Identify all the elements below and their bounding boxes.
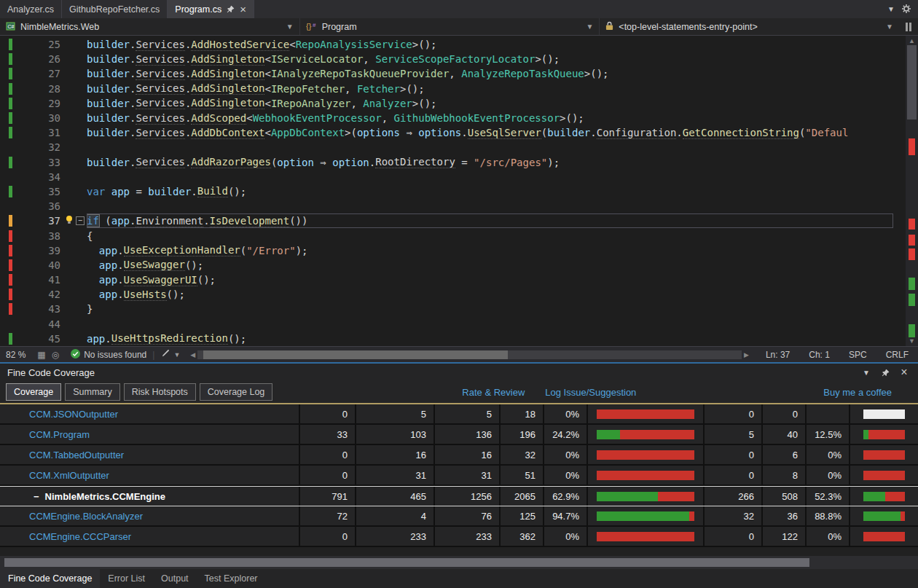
code-token: .	[185, 157, 191, 168]
buy-coffee-link[interactable]: Buy me a coffee	[823, 387, 892, 398]
circles-icon[interactable]: ◎	[52, 350, 65, 360]
document-tab-program-cs[interactable]: Program.cs×	[168, 0, 254, 18]
code-editor[interactable]: 25builder.Services.AddHostedService<Repo…	[0, 36, 918, 346]
class-link[interactable]: CCMEngine.BlockAnalyzer	[29, 511, 143, 522]
line-number: 33	[12, 157, 60, 168]
space-mode-indicator[interactable]: SPC	[839, 350, 876, 360]
class-link[interactable]: CCM.TabbedOutputter	[29, 450, 124, 460]
health-indicator[interactable]: No issues found	[65, 349, 152, 361]
class-link[interactable]: CCM.JSONOutputter	[29, 409, 118, 420]
code-text[interactable]: builder.Services.AddHostedService<RepoAn…	[87, 37, 893, 52]
panel-hscroll-thumb[interactable]	[4, 558, 809, 567]
code-text[interactable]: builder.Services.AddScoped<WebhookEventP…	[87, 111, 893, 125]
chevron-down-icon: ▼	[286, 23, 294, 31]
document-tab-githubrepofetcher-cs[interactable]: GithubRepoFetcher.cs	[62, 0, 168, 18]
code-token: GetConnectionString	[683, 127, 799, 139]
coverage-bar-fill	[863, 511, 901, 521]
scrollbar-annotation	[909, 235, 915, 246]
code-text[interactable]	[87, 199, 893, 213]
panel-tab-coverage-log[interactable]: Coverage Log	[200, 383, 273, 401]
lightbulb-icon[interactable]	[65, 215, 74, 227]
editor-vscrollbar[interactable]: ▲ ▼	[906, 36, 918, 346]
code-token: .	[185, 39, 191, 50]
fold-collapse-icon[interactable]: −	[76, 216, 85, 225]
panel-hscrollbar[interactable]	[0, 556, 918, 569]
glyph-margin	[60, 184, 87, 199]
code-text[interactable]: builder.Services.AddRazorPages(option ⇒ …	[87, 155, 893, 170]
line-coverage-bar	[586, 425, 703, 444]
code-text[interactable]	[87, 170, 893, 184]
code-token: Services	[136, 156, 184, 168]
scroll-right-icon[interactable]: ▶	[744, 351, 749, 358]
box-icon[interactable]: ▦	[31, 350, 51, 360]
vscroll-thumb[interactable]	[907, 45, 917, 119]
hscroll-track[interactable]	[197, 350, 742, 359]
scroll-down-icon[interactable]: ▼	[906, 337, 918, 345]
panel-title-actions: ▼ ×	[858, 366, 918, 379]
gear-icon[interactable]	[902, 3, 911, 16]
bottom-tab-test-explorer[interactable]: Test Explorer	[197, 569, 266, 588]
line-ending-indicator[interactable]: CRLF	[876, 350, 918, 360]
bottom-tab-fine-code-coverage[interactable]: Fine Code Coverage	[0, 569, 100, 588]
code-token: );	[547, 157, 560, 168]
code-text[interactable]: builder.Services.AddSingleton<IServiceLo…	[87, 52, 893, 66]
class-link[interactable]: CCM.XmlOutputter	[29, 470, 109, 481]
close-icon[interactable]: ×	[896, 366, 912, 379]
scroll-left-icon[interactable]: ◀	[190, 351, 195, 358]
code-text[interactable]: builder.Services.AddSingleton<IRepoAnaly…	[87, 96, 893, 111]
code-text[interactable]: app.UseSwaggerUI();	[87, 273, 893, 287]
pin-icon[interactable]	[227, 5, 235, 13]
code-text[interactable]: var app = builder.Build();	[87, 184, 893, 199]
code-text[interactable]	[87, 317, 893, 332]
close-icon[interactable]: ×	[240, 4, 246, 15]
navigation-bar: C# NimbleMetrics.Web ▼ {}# Program ▼ <to…	[0, 18, 918, 36]
collapse-icon[interactable]: −	[34, 491, 39, 502]
code-text[interactable]: builder.Services.AddDbContext<AppDbConte…	[87, 125, 893, 140]
member-dropdown[interactable]: <top-level-statements-entry-point> ▼	[600, 18, 899, 35]
code-text[interactable]: {	[87, 228, 893, 243]
project-dropdown[interactable]: C# NimbleMetrics.Web ▼	[0, 18, 300, 35]
stat-cell: 0	[703, 404, 761, 423]
branch-coverage-cell: 52.3%	[805, 487, 849, 506]
chevron-down-icon[interactable]: ▼	[858, 369, 874, 377]
panel-tab-summary[interactable]: Summary	[65, 383, 119, 401]
class-link[interactable]: CCM.Program	[29, 429, 90, 440]
panel-tab-risk-hotspots[interactable]: Risk Hotspots	[124, 383, 196, 401]
pin-icon[interactable]	[877, 369, 893, 377]
scroll-up-icon[interactable]: ▲	[906, 37, 918, 44]
code-text[interactable]	[87, 140, 893, 154]
class-link[interactable]: NimbleMetrics.CCMEngine	[45, 491, 165, 502]
rate-review-link[interactable]: Rate & Review	[462, 387, 525, 398]
splitter-icon[interactable]	[899, 18, 918, 35]
branch-coverage-bar	[849, 445, 918, 464]
chevron-down-icon[interactable]: ▼	[887, 5, 895, 13]
column-indicator[interactable]: Ch: 1	[799, 350, 839, 360]
code-text[interactable]: app.UseSwagger();	[87, 258, 893, 273]
hscroll-thumb[interactable]	[203, 350, 508, 359]
type-dropdown[interactable]: {}# Program ▼	[300, 18, 600, 35]
bottom-tab-error-list[interactable]: Error List	[100, 569, 153, 588]
scrollbar-annotation	[909, 219, 915, 230]
code-text[interactable]: builder.Services.AddSingleton<IAnalyzeRe…	[87, 66, 893, 81]
code-text[interactable]: builder.Services.AddSingleton<IRepoFetch…	[87, 82, 893, 96]
code-cleanup-button[interactable]: ▼	[154, 349, 186, 361]
code-text[interactable]: if (app.Environment.IsDevelopment())	[87, 213, 893, 228]
code-text[interactable]: app.UseExceptionHandler("/Error");	[87, 243, 893, 258]
editor-hscrollbar[interactable]: ◀ ▶	[190, 350, 749, 359]
code-text[interactable]: app.UseHsts();	[87, 287, 893, 302]
glyph-margin	[60, 66, 87, 81]
code-text[interactable]: app.UseHttpsRedirection();	[87, 332, 893, 346]
zoom-control[interactable]: 82 %	[0, 350, 31, 360]
panel-tab-coverage[interactable]: Coverage	[6, 383, 61, 401]
bottom-tab-output[interactable]: Output	[153, 569, 197, 588]
code-token: );	[296, 245, 308, 256]
class-link[interactable]: CCMEngine.CCCParser	[29, 531, 131, 542]
code-text[interactable]: }	[87, 302, 893, 316]
line-coverage-bar	[586, 527, 703, 546]
stat-cell: 32	[703, 506, 761, 525]
coverage-bar-fill	[597, 492, 658, 501]
log-issue-link[interactable]: Log Issue/Suggestion	[545, 387, 636, 398]
document-tab-analyzer-cs[interactable]: Analyzer.cs	[0, 0, 62, 18]
line-indicator[interactable]: Ln: 37	[756, 350, 799, 360]
code-token: .	[130, 83, 136, 95]
